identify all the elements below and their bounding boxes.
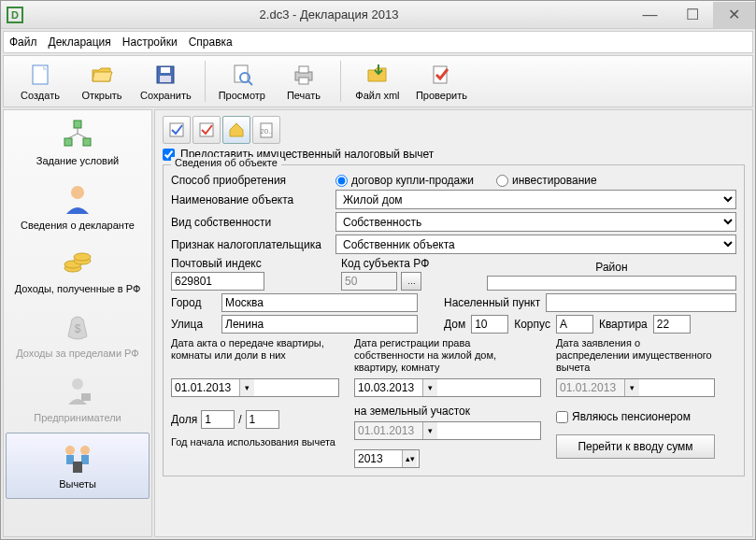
svg-line-16 bbox=[68, 134, 78, 138]
fieldset-title: Сведения об объекте bbox=[171, 157, 281, 168]
flowchart-icon bbox=[61, 118, 94, 151]
menu-declaration[interactable]: Декларация bbox=[49, 36, 111, 49]
svg-rect-9 bbox=[299, 66, 308, 73]
create-button[interactable]: Создать bbox=[11, 60, 69, 103]
taxpayer-sign-select[interactable]: Собственник объекта bbox=[335, 234, 736, 254]
sidebar-item-deductions[interactable]: Вычеты bbox=[6, 433, 150, 499]
chevron-down-icon[interactable]: ▾ bbox=[624, 379, 639, 396]
chevron-down-icon[interactable]: ▾ bbox=[239, 379, 254, 396]
svg-rect-12 bbox=[74, 121, 81, 128]
sidebar-item-income-rf[interactable]: Доходы, полученные в РФ bbox=[4, 238, 151, 303]
svg-point-24 bbox=[72, 378, 83, 390]
svg-text:$: $ bbox=[75, 322, 81, 335]
svg-rect-4 bbox=[160, 76, 171, 82]
chevron-down-icon[interactable]: ▾ bbox=[422, 422, 437, 439]
street-label: Улица bbox=[171, 318, 216, 331]
menu-settings[interactable]: Настройки bbox=[122, 36, 178, 49]
businessman-icon bbox=[61, 375, 94, 408]
svg-rect-30 bbox=[73, 462, 82, 473]
menu-file[interactable]: Файл bbox=[9, 36, 37, 49]
svg-point-18 bbox=[71, 186, 84, 199]
date-act-input[interactable]: ▾ bbox=[171, 378, 339, 397]
save-icon bbox=[152, 62, 178, 88]
sidebar-item-conditions[interactable]: Задание условий bbox=[4, 110, 151, 175]
tab-property[interactable] bbox=[222, 116, 250, 144]
deductions-icon bbox=[61, 441, 94, 475]
year-start-input[interactable]: ▴▾ bbox=[354, 449, 420, 468]
preview-button[interactable]: Просмотр bbox=[213, 60, 271, 103]
svg-rect-14 bbox=[83, 138, 91, 146]
svg-text:20..: 20.. bbox=[260, 127, 272, 135]
maximize-button[interactable]: ☐ bbox=[671, 2, 713, 28]
sidebar-item-label: Задание условий bbox=[36, 155, 119, 167]
svg-rect-10 bbox=[299, 78, 308, 84]
date-appl-input[interactable]: ▾ bbox=[556, 378, 715, 397]
menu-help[interactable]: Справка bbox=[189, 36, 233, 49]
flat-label: Квартира bbox=[599, 318, 648, 331]
svg-point-22 bbox=[74, 253, 91, 261]
sidebar-item-declarant[interactable]: Сведения о декларанте bbox=[4, 175, 151, 239]
flat-input[interactable] bbox=[653, 315, 691, 334]
sidebar-item-label: Доходы за пределами РФ bbox=[16, 348, 138, 360]
date-reg-label: Дата регистрации права собственности на … bbox=[354, 337, 541, 375]
toolbar: Создать Открыть Сохранить Просмотр Печа bbox=[3, 55, 753, 107]
svg-line-17 bbox=[78, 134, 87, 138]
date-land-label: на земельный участок bbox=[354, 405, 541, 418]
window-title: 2.dc3 - Декларация 2013 bbox=[29, 7, 629, 21]
tab-standard[interactable] bbox=[163, 116, 191, 144]
sidebar-item-entrepreneurs: Предприниматели bbox=[4, 367, 151, 432]
spinner-icon[interactable]: ▴▾ bbox=[402, 450, 417, 467]
share-numerator-input[interactable] bbox=[201, 410, 235, 429]
print-button[interactable]: Печать bbox=[275, 60, 333, 103]
region-lookup-button[interactable]: … bbox=[401, 272, 421, 291]
svg-rect-13 bbox=[64, 138, 72, 146]
taxpayer-sign-label: Признак налогоплательщика bbox=[171, 238, 330, 251]
file-xml-button[interactable]: Файл xml bbox=[349, 60, 407, 103]
tab-losses[interactable]: 20.. bbox=[252, 116, 280, 144]
radio-purchase-contract[interactable]: договор купли-продажи bbox=[335, 174, 474, 187]
new-file-icon bbox=[27, 62, 53, 88]
date-land-input[interactable]: ▾ bbox=[354, 421, 541, 440]
date-act-label: Дата акта о передаче квартиры, комнаты и… bbox=[171, 337, 339, 375]
building-input[interactable] bbox=[556, 315, 593, 334]
sidebar-item-label: Вычеты bbox=[59, 478, 96, 490]
svg-line-7 bbox=[249, 81, 252, 85]
svg-rect-28 bbox=[66, 455, 74, 464]
house-label: Дом bbox=[444, 318, 465, 331]
pensioner-checkbox[interactable]: Являюсь пенсионером bbox=[556, 410, 715, 423]
close-button[interactable]: ✕ bbox=[713, 2, 755, 28]
postcode-input[interactable] bbox=[171, 272, 264, 291]
region-code-input[interactable] bbox=[341, 272, 397, 291]
sidebar-item-income-foreign: $ Доходы за пределами РФ bbox=[4, 303, 151, 367]
street-input[interactable] bbox=[221, 315, 418, 334]
radio-investment[interactable]: инвестирование bbox=[496, 174, 597, 187]
city-input[interactable] bbox=[221, 293, 418, 312]
locality-label: Населенный пункт bbox=[444, 296, 540, 309]
goto-sums-button[interactable]: Перейти к вводу сумм bbox=[556, 434, 715, 459]
object-name-select[interactable]: Жилой дом bbox=[335, 190, 736, 209]
save-button[interactable]: Сохранить bbox=[135, 60, 197, 103]
svg-rect-25 bbox=[81, 393, 91, 401]
date-reg-input[interactable]: ▾ bbox=[354, 378, 541, 397]
city-label: Город bbox=[171, 296, 216, 309]
object-name-label: Наименование объекта bbox=[171, 193, 330, 206]
tab-social[interactable] bbox=[193, 116, 221, 144]
toolbar-separator bbox=[340, 61, 341, 102]
chevron-down-icon[interactable]: ▾ bbox=[422, 379, 437, 396]
svg-point-27 bbox=[80, 446, 90, 455]
share-denominator-input[interactable] bbox=[246, 410, 279, 429]
house-input[interactable] bbox=[471, 315, 508, 334]
sidebar: Задание условий Сведения о декларанте До… bbox=[3, 109, 152, 537]
check-button[interactable]: Проверить bbox=[410, 60, 473, 103]
minimize-button[interactable]: — bbox=[629, 2, 671, 28]
menubar: Файл Декларация Настройки Справка bbox=[3, 31, 753, 53]
locality-input[interactable] bbox=[546, 293, 736, 312]
titlebar: D 2.dc3 - Декларация 2013 — ☐ ✕ bbox=[1, 1, 755, 29]
open-button[interactable]: Открыть bbox=[73, 60, 131, 103]
preview-icon bbox=[229, 62, 255, 88]
svg-point-26 bbox=[65, 446, 75, 455]
acquisition-method-label: Способ приобретения bbox=[171, 174, 330, 187]
ownership-select[interactable]: Собственность bbox=[335, 212, 736, 232]
share-label: Доля bbox=[171, 413, 197, 426]
district-input[interactable] bbox=[487, 276, 736, 291]
